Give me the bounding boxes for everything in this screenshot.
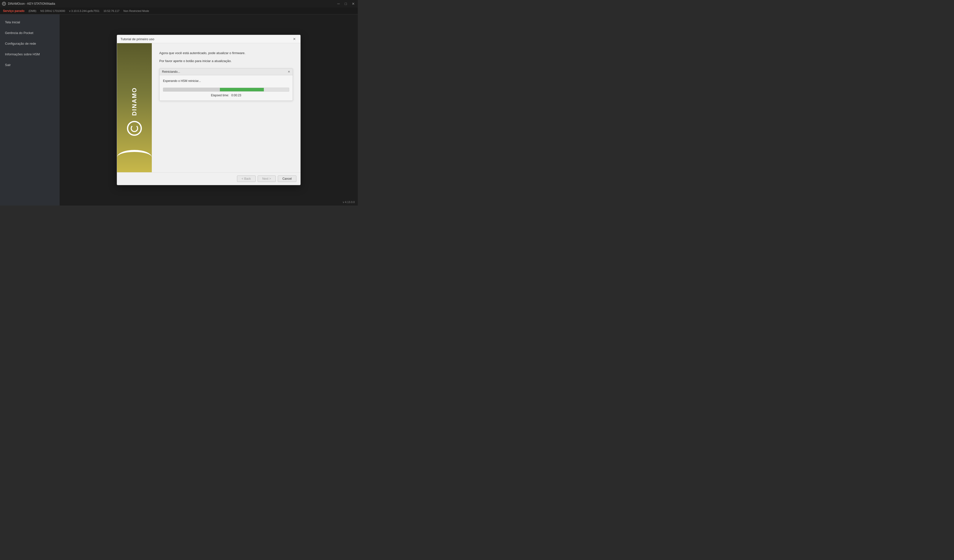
version-label: v 4.13.0.0 — [343, 201, 355, 204]
tutorial-left-panel: DINAMO — [117, 43, 152, 172]
content-area: Tutorial de primeiro uso ✕ DINAMO — [60, 14, 358, 205]
restart-dialog-header: Reiniciando... ✕ — [159, 68, 293, 75]
title-bar: DINAMOcon - KEY-STATION\Nadia ─ □ ✕ — [0, 0, 358, 8]
elapsed-value: 0:00:23 — [231, 93, 241, 97]
elapsed-time-display: Elapsed time: 0:00:23 — [163, 93, 289, 97]
restart-waiting-text: Esperando o HSM reiniciar... — [163, 79, 289, 82]
close-window-button[interactable]: ✕ — [351, 2, 356, 6]
tutorial-right-panel: Agora que você está autenticado, pode at… — [152, 43, 300, 172]
restart-dialog: Reiniciando... ✕ Esperando o HSM reinici… — [159, 68, 293, 101]
ns-info: NS DRHJ 17010000 — [40, 9, 65, 12]
progress-gray-segment — [163, 88, 220, 91]
app-icon — [2, 2, 6, 6]
sidebar: Tela Inicial Gerência do Pocket Configur… — [0, 14, 60, 205]
tutorial-dialog-title: Tutorial de primeiro uso — [120, 37, 154, 41]
status-bar: Serviço parado (DMB) NS DRHJ 17010000 v … — [0, 8, 358, 14]
title-bar-controls: ─ □ ✕ — [337, 2, 356, 6]
dinamo-logo-icon — [127, 121, 142, 136]
tutorial-dialog-footer: < Back Next > Cancel — [117, 172, 300, 185]
progress-remaining-segment — [264, 88, 289, 91]
dinamo-logo-text: DINAMO — [131, 87, 138, 116]
mode-info: Non Restricted Mode — [123, 9, 149, 12]
cancel-button[interactable]: Cancel — [278, 176, 296, 182]
restart-close-button[interactable]: ✕ — [288, 70, 290, 73]
version-info: v 3.10.0.3-244-ge8c7551 — [69, 9, 99, 12]
svg-point-0 — [3, 3, 5, 5]
tutorial-close-button[interactable]: ✕ — [292, 37, 297, 41]
elapsed-label: Elapsed time: — [211, 93, 229, 97]
sidebar-item-gerencia[interactable]: Gerência do Pocket — [0, 28, 60, 38]
tutorial-text-2: Por favor aperte o botão para iniciar a … — [159, 59, 293, 64]
decorative-arc — [117, 150, 152, 165]
title-bar-left: DINAMOcon - KEY-STATION\Nadia — [2, 2, 55, 6]
modal-overlay: Tutorial de primeiro uso ✕ DINAMO — [60, 14, 358, 205]
tutorial-dialog: Tutorial de primeiro uso ✕ DINAMO — [117, 35, 301, 185]
sidebar-item-sair[interactable]: Sair — [0, 59, 60, 70]
minimize-button[interactable]: ─ — [337, 2, 341, 6]
sidebar-item-configuracao[interactable]: Configuração de rede — [0, 38, 60, 49]
maximize-button[interactable]: □ — [344, 2, 348, 6]
tutorial-dialog-header: Tutorial de primeiro uso ✕ — [117, 35, 300, 43]
sidebar-item-tela-inicial[interactable]: Tela Inicial — [0, 17, 60, 28]
restart-dialog-body: Esperando o HSM reiniciar... Elapsed tim… — [159, 75, 293, 101]
sidebar-item-informacoes[interactable]: Informações sobre HSM — [0, 49, 60, 59]
restart-dialog-title: Reiniciando... — [162, 70, 180, 73]
window-title: DINAMOcon - KEY-STATION\Nadia — [8, 2, 55, 5]
tutorial-text-1: Agora que você está autenticado, pode at… — [159, 51, 293, 56]
device-info: (DMB) — [28, 9, 36, 12]
progress-bar — [163, 88, 289, 92]
ip-info: 10.52.76.117 — [103, 9, 119, 12]
back-button[interactable]: < Back — [237, 176, 256, 182]
main-layout: Tela Inicial Gerência do Pocket Configur… — [0, 14, 358, 205]
next-button[interactable]: Next > — [258, 176, 276, 182]
progress-green-segment — [220, 88, 264, 91]
service-status: Serviço parado — [3, 9, 25, 12]
tutorial-dialog-body: DINAMO Agora que você está autenticado, … — [117, 43, 300, 172]
